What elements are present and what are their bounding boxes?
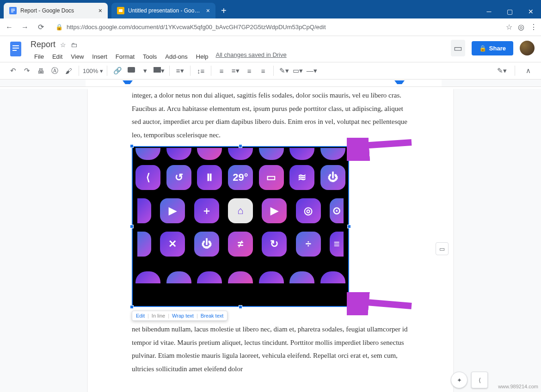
image-break-option[interactable]: Break text (201, 313, 224, 318)
link-button[interactable]: 🔗 (111, 64, 124, 77)
resize-handle-ml[interactable] (130, 225, 134, 228)
undo-button[interactable]: ↶ (6, 64, 19, 77)
resize-handle-tl[interactable] (130, 144, 134, 148)
share-button[interactable]: 🔒 Share (472, 41, 513, 55)
tab-close-icon[interactable]: × (206, 7, 210, 14)
menu-addons[interactable]: Add-ons (161, 51, 191, 62)
window-maximize[interactable]: ▢ (499, 5, 520, 18)
star-icon[interactable]: ☆ (60, 41, 66, 49)
document-workspace: integer, a dolor netus non dui aliquet, … (0, 89, 541, 392)
tile-icon: ↻ (262, 232, 287, 257)
window-minimize[interactable]: ─ (479, 5, 499, 18)
share-label: Share (489, 45, 506, 52)
tile-icon: ▭ (259, 165, 284, 190)
document-page[interactable]: integer, a dolor netus non dui aliquet, … (88, 89, 453, 392)
list-numbered-button[interactable]: ≡ (215, 64, 228, 77)
horizontal-ruler[interactable] (0, 80, 541, 87)
inserted-image[interactable]: ⟨ ↺ ⏸ 29° ▭ ≋ ⏻ ▶ ＋ ⌂ ▶ ◎ ⊙ (132, 146, 349, 307)
align-button[interactable]: ≡▾ (173, 64, 186, 77)
menu-help[interactable]: Help (192, 51, 212, 62)
chevron-button[interactable]: ⟨ (471, 372, 488, 388)
document-title[interactable]: Report (31, 40, 55, 49)
spellcheck-button[interactable]: Ⓐ (48, 64, 61, 77)
account-avatar[interactable] (520, 41, 535, 55)
tab-title: Untitled presentation - Google S (128, 7, 203, 14)
window-close[interactable]: ✕ (520, 5, 541, 18)
docs-home-icon[interactable] (6, 40, 25, 58)
chrome-menu-icon[interactable]: ⋮ (530, 23, 537, 31)
list-bulleted-button[interactable]: ≡▾ (229, 64, 242, 77)
changes-saved-link[interactable]: All changes saved in Drive (216, 51, 287, 62)
menu-tools[interactable]: Tools (139, 51, 160, 62)
paint-format-button[interactable]: 🖌 (62, 64, 75, 77)
star-bookmark-icon[interactable]: ☆ (506, 23, 512, 31)
tab-close-icon[interactable]: × (98, 7, 102, 14)
explore-button[interactable]: ✦ (451, 372, 467, 388)
clear-formatting-button[interactable]: ✎▾ (277, 64, 290, 77)
menu-bar: File Edit View Insert Format Tools Add-o… (31, 51, 445, 62)
editing-mode-button[interactable]: ✎▾ (495, 64, 508, 77)
comments-icon[interactable]: ▭ (451, 40, 465, 56)
resize-handle-mr[interactable] (347, 225, 351, 228)
menu-view[interactable]: View (67, 51, 87, 62)
image-wrap-option[interactable]: Wrap text (172, 313, 194, 318)
tile-icon: ◎ (296, 198, 321, 223)
print-button[interactable]: 🖶 (34, 64, 47, 77)
window-controls: ─ ▢ ✕ (479, 5, 541, 18)
nav-back[interactable]: ← (4, 22, 15, 33)
address-bar[interactable]: 🔒 https://docs.google.com/document/d/1YK… (51, 24, 501, 31)
tile-icon: ⏻ (194, 232, 219, 257)
indent-increase-button[interactable]: ≡ (257, 64, 270, 77)
border-button[interactable]: ▭▾ (291, 64, 304, 77)
resize-handle-bl[interactable] (130, 305, 134, 309)
zoom-select[interactable]: 100%▾ (83, 67, 103, 74)
selected-image-container: ⟨ ↺ ⏸ 29° ▭ ≋ ⏻ ▶ ＋ ⌂ ▶ ◎ ⊙ (132, 146, 349, 307)
tile-icon: ≠ (228, 232, 253, 257)
svg-rect-3 (11, 12, 13, 12)
paragraph-2: net bibendum nullam, lacus molestie ut l… (132, 323, 409, 375)
slides-favicon (117, 7, 124, 14)
image-options-popup: Edit | In line | Wrap text | Break text (132, 311, 227, 321)
indent-decrease-button[interactable]: ≡ (243, 64, 256, 77)
tile-icon (137, 232, 151, 257)
image-inline-option[interactable]: In line (152, 313, 165, 318)
menu-file[interactable]: File (31, 51, 48, 62)
dropdown-icon: ▾ (100, 67, 103, 74)
menu-insert[interactable]: Insert (88, 51, 111, 62)
tile-icon: ⊙ (330, 198, 344, 223)
move-folder-icon[interactable]: 🗀 (71, 41, 77, 49)
tile-icon: 29° (228, 165, 253, 190)
browser-tab-inactive[interactable]: Untitled presentation - Google S × (111, 3, 215, 18)
image-button[interactable]: ▾ (139, 64, 152, 77)
image-edit-link[interactable]: Edit (136, 313, 145, 318)
resize-handle-bm[interactable] (239, 305, 242, 309)
nav-reload[interactable]: ⟳ (35, 22, 46, 33)
watermark-text: www.989214.com (498, 384, 538, 389)
border-style-button[interactable]: —▾ (305, 64, 318, 77)
docs-toolbar: ↶ ↷ 🖶 Ⓐ 🖌 100%▾ 🔗 ▾ ▾ ≡▾ ↕≡ ≡ ≡▾ ≡ ≡ ✎▾ … (0, 62, 541, 80)
resize-handle-tm[interactable] (239, 144, 242, 148)
comment-button[interactable] (125, 64, 138, 77)
svg-line-13 (356, 301, 412, 306)
browser-tab-active[interactable]: Report - Google Docs × (4, 3, 108, 18)
hide-menus-button[interactable]: ∧ (522, 64, 535, 77)
svg-rect-2 (11, 10, 15, 11)
line-spacing-button[interactable]: ↕≡ (194, 64, 207, 77)
browser-toolbar: ← → ⟳ 🔒 https://docs.google.com/document… (0, 18, 541, 36)
svg-rect-1 (11, 9, 15, 10)
nav-forward[interactable]: → (19, 22, 31, 33)
new-tab-button[interactable]: + (215, 3, 232, 18)
menu-edit[interactable]: Edit (49, 51, 66, 62)
svg-rect-7 (12, 45, 19, 46)
menu-format[interactable]: Format (112, 51, 138, 62)
tile-icon: ↺ (166, 165, 191, 190)
redo-button[interactable]: ↷ (20, 64, 33, 77)
extension-icon[interactable]: ◎ (518, 23, 524, 31)
paragraph-text[interactable]: integer, a dolor netus non dui aliquet, … (132, 89, 409, 141)
paragraph-text-2[interactable]: net bibendum nullam, lacus molestie ut l… (132, 323, 409, 375)
tile-icon: ⟨ (135, 165, 160, 190)
paragraph-1: integer, a dolor netus non dui aliquet, … (132, 89, 409, 141)
side-explore-badge[interactable]: ▭ (436, 242, 449, 255)
image-options-button[interactable]: ▾ (153, 64, 166, 77)
floating-controls: ✦ ⟨ (451, 372, 488, 388)
